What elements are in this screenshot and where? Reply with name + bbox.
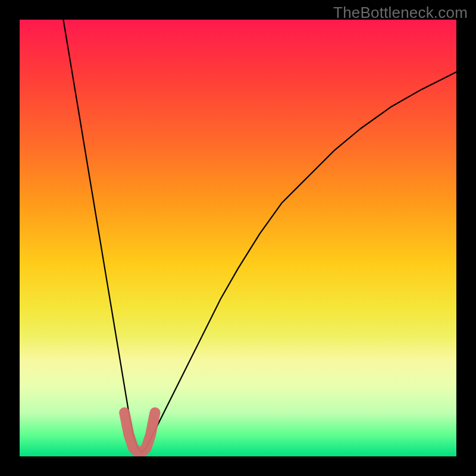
chart-overlay bbox=[20, 20, 456, 456]
bottleneck-curve-line bbox=[63, 20, 456, 452]
optimal-zone-highlight bbox=[124, 413, 155, 452]
